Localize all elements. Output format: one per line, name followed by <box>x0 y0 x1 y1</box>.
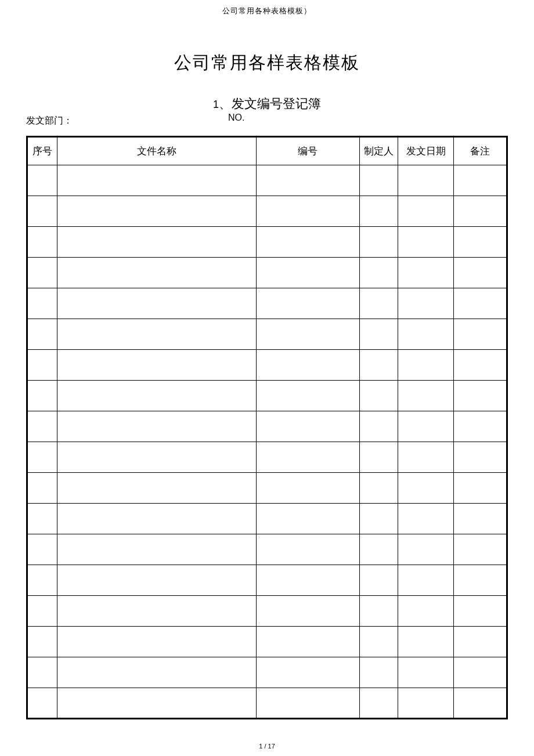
cell-date <box>398 688 454 719</box>
table-row <box>27 196 507 227</box>
cell-date <box>398 504 454 534</box>
cell-author <box>359 657 398 688</box>
form-table: 序号 文件名称 编号 制定人 发文日期 备注 <box>26 136 508 719</box>
table-row <box>27 627 507 657</box>
cell-date <box>398 165 454 196</box>
col-header-remark: 备注 <box>454 137 507 165</box>
cell-seq <box>27 350 57 381</box>
cell-remark <box>454 565 507 596</box>
cell-name <box>57 596 257 627</box>
cell-date <box>398 381 454 411</box>
cell-code <box>257 534 360 565</box>
cell-code <box>257 165 360 196</box>
cell-author <box>359 504 398 534</box>
cell-remark <box>454 165 507 196</box>
cell-date <box>398 288 454 319</box>
main-title: 公司常用各样表格模板 <box>26 51 508 75</box>
cell-name <box>57 165 257 196</box>
cell-author <box>359 381 398 411</box>
cell-seq <box>27 565 57 596</box>
col-header-seq: 序号 <box>27 137 57 165</box>
table-row <box>27 657 507 688</box>
cell-name <box>57 688 257 719</box>
cell-date <box>398 596 454 627</box>
sub-title-number: 1 <box>213 99 219 110</box>
cell-seq <box>27 411 57 442</box>
cell-remark <box>454 627 507 657</box>
cell-name <box>57 411 257 442</box>
cell-date <box>398 227 454 258</box>
meta-row: 发文部门： NO. <box>26 115 508 131</box>
cell-remark <box>454 596 507 627</box>
cell-code <box>257 473 360 504</box>
cell-code <box>257 288 360 319</box>
cell-seq <box>27 381 57 411</box>
cell-seq <box>27 227 57 258</box>
table-row <box>27 381 507 411</box>
cell-code <box>257 565 360 596</box>
cell-seq <box>27 442 57 473</box>
cell-date <box>398 411 454 442</box>
cell-author <box>359 565 398 596</box>
cell-seq <box>27 258 57 288</box>
cell-remark <box>454 688 507 719</box>
cell-remark <box>454 258 507 288</box>
cell-author <box>359 596 398 627</box>
cell-code <box>257 442 360 473</box>
cell-date <box>398 442 454 473</box>
cell-name <box>57 442 257 473</box>
no-label: NO. <box>228 113 244 123</box>
cell-date <box>398 565 454 596</box>
cell-date <box>398 258 454 288</box>
cell-code <box>257 504 360 534</box>
cell-author <box>359 258 398 288</box>
dept-label: 发文部门： <box>26 115 73 127</box>
col-header-date: 发文日期 <box>398 137 454 165</box>
cell-seq <box>27 657 57 688</box>
table-header-row: 序号 文件名称 编号 制定人 发文日期 备注 <box>27 137 507 165</box>
cell-date <box>398 534 454 565</box>
table-row <box>27 596 507 627</box>
cell-name <box>57 504 257 534</box>
cell-code <box>257 411 360 442</box>
cell-code <box>257 381 360 411</box>
cell-author <box>359 350 398 381</box>
cell-name <box>57 288 257 319</box>
sub-title: 1、发文编号登记簿 <box>26 95 508 113</box>
cell-author <box>359 627 398 657</box>
cell-name <box>57 258 257 288</box>
col-header-name: 文件名称 <box>57 137 257 165</box>
table-row <box>27 165 507 196</box>
cell-code <box>257 319 360 350</box>
cell-author <box>359 196 398 227</box>
page-header: 公司常用各种表格模板） <box>26 6 508 16</box>
cell-name <box>57 534 257 565</box>
col-header-author: 制定人 <box>359 137 398 165</box>
cell-code <box>257 688 360 719</box>
cell-seq <box>27 319 57 350</box>
cell-remark <box>454 319 507 350</box>
cell-author <box>359 442 398 473</box>
cell-code <box>257 227 360 258</box>
sub-title-text: 、发文编号登记簿 <box>219 96 321 111</box>
cell-code <box>257 350 360 381</box>
cell-remark <box>454 288 507 319</box>
table-row <box>27 227 507 258</box>
table-row <box>27 534 507 565</box>
cell-name <box>57 565 257 596</box>
cell-date <box>398 627 454 657</box>
cell-seq <box>27 196 57 227</box>
cell-name <box>57 473 257 504</box>
cell-author <box>359 473 398 504</box>
cell-name <box>57 350 257 381</box>
cell-remark <box>454 442 507 473</box>
cell-seq <box>27 504 57 534</box>
cell-author <box>359 534 398 565</box>
cell-seq <box>27 534 57 565</box>
cell-remark <box>454 196 507 227</box>
cell-date <box>398 350 454 381</box>
table-row <box>27 565 507 596</box>
table-row <box>27 688 507 719</box>
cell-code <box>257 596 360 627</box>
cell-date <box>398 196 454 227</box>
